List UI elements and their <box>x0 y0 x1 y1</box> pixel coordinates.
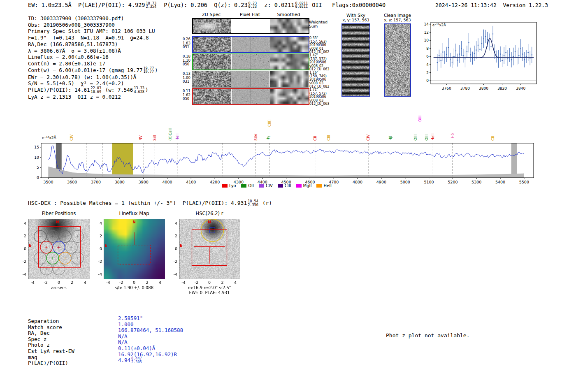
x-tick-label: 4 <box>231 280 239 285</box>
svg-text:CIII]: CIII] <box>267 119 272 127</box>
stacked-uncertainty: 10.542.356 <box>248 199 258 206</box>
spec2d-row-right-label: 1.71"(157, 572)20190506v008_03012_LU_063 <box>309 88 329 106</box>
y-tick-label: -4 <box>170 272 177 276</box>
hsc-xlabel: m:16.9 re:2.0" s:2.5" <box>179 285 240 290</box>
svg-text:N: N <box>132 220 136 224</box>
lineflux-xlabel: s/b: 1.90 +/- 0.088 <box>104 285 165 290</box>
hsc-cutout-overlay: NE <box>179 219 240 279</box>
legend-swatch <box>316 184 322 188</box>
clean-image-coords: x, y: 157, 563 <box>380 18 415 22</box>
legend-item: CIII <box>278 183 291 188</box>
svg-text:3700: 3700 <box>91 180 101 184</box>
col-title-smoothed: Smoothed <box>269 12 308 17</box>
y-tick-label: 4 <box>95 221 102 225</box>
match-row-value: 4.948.4472.305 <box>118 357 183 363</box>
info-line: λ = 3806.67Å σ = 3.08(±1.08)Å <box>28 48 158 54</box>
spectrum-legend: LyαOIICIVCIIIMgIIHeII <box>222 183 332 188</box>
elixer-report-page: EW: 1.0±23.5Å P(LAE)/P(OII): 4.92910.732… <box>0 0 576 392</box>
svg-text:e⁻¹⁷x2Å: e⁻¹⁷x2Å <box>432 23 446 27</box>
svg-text:5100: 5100 <box>424 180 434 184</box>
text-segment: Obs: 20190506v008_3003337900 <box>28 22 115 28</box>
y-tick-label: 2 <box>95 234 102 238</box>
line-fit-chart: 0246810121437603780380038203840e⁻¹⁷x2Å <box>420 19 539 95</box>
svg-text:OIII: OIII <box>413 135 418 141</box>
info-line: Cont(w) = 6.00(±0.01)e-17 (gmag 19.7719.… <box>28 67 158 74</box>
spec2d-row-right-label: 1.16"(159, 749)20190506v008_03012_LU_082 <box>309 71 329 89</box>
match-row-label: Est LyA rest-EW <box>28 348 74 354</box>
spec2d-row-left-label: 0.181.10050 <box>183 55 190 67</box>
spec2d-row-left-label: 0.261.63051 <box>183 37 190 49</box>
legend-label: MgII <box>303 183 312 188</box>
legend-item: HeII <box>316 183 332 188</box>
pixelflat-image <box>232 37 270 52</box>
svg-text:Hδ: Hδ <box>451 133 455 138</box>
svg-text:3840: 3840 <box>516 86 525 90</box>
with-sky-coords: x, y: 157, 563 <box>337 18 374 22</box>
text-segment: Primary Spec_Slot_IFU_AMP: 012_106_033_L… <box>28 28 155 34</box>
text-segment: (r) <box>259 200 272 206</box>
svg-text:NV: NV <box>139 135 143 141</box>
svg-text:4000: 4000 <box>162 180 172 184</box>
svg-text:5200: 5200 <box>448 180 458 184</box>
svg-text:5000: 5000 <box>400 180 410 184</box>
summary-header: EW: 1.0±23.5Å P(LAE)/P(OII): 4.92910.732… <box>28 2 386 9</box>
x-tick-label: 2 <box>218 280 226 285</box>
weighted-sum-label: WeightedSum <box>309 20 327 28</box>
legend-item: MgII <box>296 183 312 188</box>
svg-text:12: 12 <box>424 30 429 35</box>
text-segment: HSC-DEX : Possible Matches = 1 (within +… <box>28 200 247 206</box>
text-segment: z: 0.0211 <box>258 2 294 8</box>
x-tick-label: 4 <box>81 280 89 285</box>
text-segment: Cont(n) = 2.80(±0.18)e-17 <box>28 60 105 67</box>
legend-swatch <box>296 184 302 188</box>
info-line: P(LAE)/P(OII): 14.6122.0310.69 (w: 7.546… <box>28 87 158 94</box>
svg-text:6: 6 <box>426 54 429 58</box>
legend-swatch <box>241 184 246 188</box>
stacked-uncertainty: 10.732.354 <box>146 2 156 9</box>
match-row-value: 16.92(16.92,16.92)R <box>118 351 183 357</box>
text-segment: S/N = 5.5(±0.5) χ² = 2.4(±0.2) <box>28 80 124 86</box>
svg-text:2: 2 <box>426 71 429 75</box>
pixelflat-image <box>231 71 269 87</box>
svg-text:15: 15 <box>35 145 39 149</box>
text-segment: ) <box>145 87 149 93</box>
svg-text:3900: 3900 <box>139 180 149 184</box>
match-row-value: 2.58591" <box>118 315 183 321</box>
text-segment: ) <box>155 67 158 73</box>
y-tick-label: 4 <box>170 221 177 225</box>
text-segment: EWr = 2.30(±0.78) (w: 1.00(±0.35))Å <box>28 74 136 80</box>
fiber-xlabel: arcsecs <box>28 285 90 290</box>
fiber-positions-title: Fiber Positions <box>28 211 90 216</box>
svg-text:4: 4 <box>426 63 429 67</box>
spec2d-image <box>193 89 231 104</box>
svg-text:4900: 4900 <box>376 180 386 184</box>
svg-text:OIII: OIII <box>418 116 422 122</box>
svg-text:5400: 5400 <box>495 180 505 184</box>
spec2d-row-left-label: 0.111.62050 <box>183 89 190 101</box>
info-line: LineFlux = 2.00(±0.66)e-16 <box>28 54 158 60</box>
svg-text:SiII: SiII <box>153 135 157 141</box>
info-line: EWr = 2.30(±0.78) (w: 1.00(±0.35))Å <box>28 74 158 81</box>
x-tick-label: 4 <box>156 280 164 285</box>
svg-text:0: 0 <box>37 175 39 180</box>
svg-text:5300: 5300 <box>471 180 481 184</box>
legend-item: OII <box>241 183 254 188</box>
pixelflat-image <box>232 54 270 70</box>
info-line: LyA z = 2.1313 OII z = 0.0212 <box>28 94 158 100</box>
svg-text:(K)CaII: (K)CaII <box>168 128 172 141</box>
y-tick-label: 0 <box>170 246 177 251</box>
legend-swatch <box>278 184 283 188</box>
timestamp-version: 2024-12-26 11:13:42 Version 1.22.3 <box>435 2 548 8</box>
legend-swatch <box>222 184 228 188</box>
svg-text:4100: 4100 <box>186 180 196 184</box>
match-row-value: 0.11(±0.04)Å <box>118 345 183 351</box>
legend-item: CIV <box>259 183 273 188</box>
x-tick-label: 0 <box>130 280 138 285</box>
svg-text:10: 10 <box>424 38 429 42</box>
smoothed-image <box>270 19 309 33</box>
svg-text:4200: 4200 <box>210 180 220 184</box>
svg-text:CIV: CIV <box>366 134 370 141</box>
svg-text:Hβ: Hβ <box>388 135 393 141</box>
lineflux-map-title: Lineflux Map <box>104 211 165 216</box>
svg-text:3820: 3820 <box>497 86 507 90</box>
